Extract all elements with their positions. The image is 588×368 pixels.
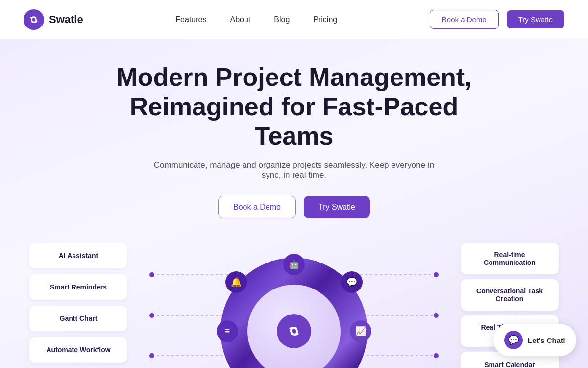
- hero-book-demo-button[interactable]: Book a Demo: [218, 196, 296, 218]
- left-feature-cards: AI Assistant Smart Reminders Gantt Chart…: [29, 238, 127, 363]
- nav-book-demo-button[interactable]: Book a Demo: [430, 10, 499, 29]
- wheel-inner: [247, 285, 341, 368]
- nav-item-features[interactable]: Features: [175, 15, 206, 24]
- main-content: Modern Project Management, Reimagined fo…: [0, 39, 588, 368]
- svg-point-3: [149, 313, 154, 318]
- chat-icon: 💬: [504, 331, 523, 349]
- nav-item-about[interactable]: About: [230, 15, 250, 24]
- svg-point-11: [434, 313, 439, 318]
- feature-card-ai-assistant: AI Assistant: [29, 243, 127, 268]
- wheel: 🤖 💬 📈 📅 👤 ⚙️ ≡ 🔔: [220, 258, 368, 368]
- chat-widget[interactable]: 💬 Let's Chat!: [493, 324, 576, 356]
- nav-try-swatle-button[interactable]: Try Swatle: [507, 10, 564, 28]
- svg-point-5: [149, 353, 154, 358]
- nav-actions: Book a Demo Try Swatle: [430, 10, 564, 29]
- nav-item-pricing[interactable]: Pricing: [313, 15, 337, 24]
- navbar: Swatle Features About Blog Pricing Book …: [0, 0, 588, 39]
- wheel-icon-chat: 💬: [341, 271, 363, 293]
- wheel-center-icon: [277, 314, 311, 348]
- feature-card-automate-workflow: Automate Workflow: [29, 337, 127, 363]
- hero-title: Modern Project Management, Reimagined fo…: [103, 63, 485, 151]
- hero-try-swatle-button[interactable]: Try Swatle: [304, 196, 370, 218]
- nav-item-blog[interactable]: Blog: [274, 15, 290, 24]
- logo-icon: [24, 9, 44, 30]
- feature-card-conversational-task: Conversational Task Creation: [461, 279, 559, 311]
- chat-bubble-icon: 💬: [508, 335, 519, 345]
- nav-links: Features About Blog Pricing: [175, 15, 337, 24]
- feature-card-gantt-chart: Gantt Chart: [29, 306, 127, 331]
- logo-text: Swatle: [49, 13, 83, 26]
- feature-card-realtime-communication: Real-time Communication: [461, 243, 559, 274]
- svg-point-1: [149, 272, 154, 277]
- hero-subtitle: Communicate, manage and organize project…: [152, 160, 436, 180]
- feature-card-smart-reminders: Smart Reminders: [29, 274, 127, 300]
- hero-section: Modern Project Management, Reimagined fo…: [0, 39, 588, 230]
- svg-point-9: [434, 272, 439, 277]
- logo[interactable]: Swatle: [24, 9, 83, 30]
- center-diagram: 🤖 💬 📈 📅 👤 ⚙️ ≡ 🔔: [127, 238, 461, 368]
- chat-label: Let's Chat!: [528, 336, 565, 344]
- svg-point-13: [434, 353, 439, 358]
- hero-buttons: Book a Demo Try Swatle: [0, 196, 588, 218]
